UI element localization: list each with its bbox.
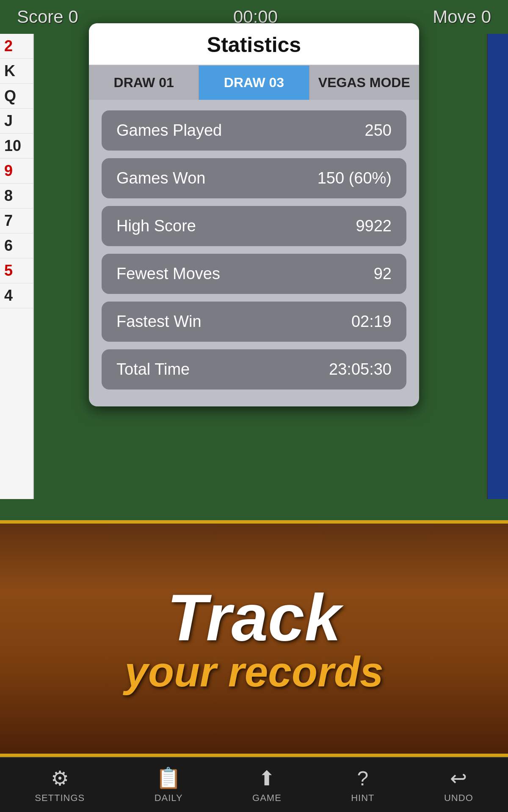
right-card-area xyxy=(487,34,508,499)
stat-label-0: Games Played xyxy=(116,121,222,140)
left-card-7: 7 xyxy=(0,208,33,233)
banner-line2: your records xyxy=(124,650,383,693)
tabs-container: DRAW 01DRAW 03VEGAS MODE xyxy=(89,66,419,100)
stat-row-5: Total Time23:05:30 xyxy=(102,349,406,390)
stat-label-4: Fastest Win xyxy=(116,313,202,331)
bottom-btn-hint[interactable]: ?HINT xyxy=(351,767,374,804)
stat-value-1: 150 (60%) xyxy=(318,169,392,187)
modal-title-bar: Statistics xyxy=(89,23,419,66)
left-card-4: 4 xyxy=(0,283,33,308)
bottom-btn-settings[interactable]: ⚙SETTINGS xyxy=(35,766,85,804)
move-display: Move 0 xyxy=(433,7,491,27)
modal-title: Statistics xyxy=(207,33,301,57)
left-card-K: K xyxy=(0,59,33,84)
stat-label-5: Total Time xyxy=(116,360,190,379)
bottom-btn-game[interactable]: ⬆GAME xyxy=(252,766,282,804)
left-card-J: J xyxy=(0,109,33,134)
bottom-bar: ⚙SETTINGS📋DAILY⬆GAME?HINT↩UNDO xyxy=(0,757,508,812)
score-display: Score 0 xyxy=(17,7,78,27)
left-card-6: 6 xyxy=(0,233,33,258)
bottom-btn-daily[interactable]: 📋DAILY xyxy=(155,766,183,804)
stat-value-5: 23:05:30 xyxy=(329,360,392,379)
hint-icon: ? xyxy=(357,767,369,790)
tab-draw01[interactable]: DRAW 01 xyxy=(89,66,199,100)
left-card-9: 9 xyxy=(0,159,33,184)
stat-row-4: Fastest Win02:19 xyxy=(102,302,406,342)
game-icon: ⬆ xyxy=(258,766,275,790)
daily-label: DAILY xyxy=(155,793,183,804)
stat-row-1: Games Won150 (60%) xyxy=(102,158,406,198)
daily-icon: 📋 xyxy=(156,766,181,790)
banner-section: Track your records xyxy=(0,520,508,757)
settings-label: SETTINGS xyxy=(35,793,85,804)
stat-label-3: Fewest Moves xyxy=(116,265,220,283)
left-card-column: 2KQJ10987654 xyxy=(0,34,34,499)
tab-vegas[interactable]: VEGAS MODE xyxy=(309,66,419,100)
left-card-2: 2 xyxy=(0,34,33,59)
tab-draw03[interactable]: DRAW 03 xyxy=(199,66,309,100)
settings-icon: ⚙ xyxy=(51,766,69,790)
bottom-btn-undo[interactable]: ↩UNDO xyxy=(444,766,473,804)
stat-label-1: Games Won xyxy=(116,169,205,187)
stats-container: Games Played250Games Won150 (60%)High Sc… xyxy=(89,100,419,394)
stat-value-0: 250 xyxy=(365,121,392,140)
left-card-10: 10 xyxy=(0,134,33,159)
hint-label: HINT xyxy=(351,793,374,804)
stat-value-2: 9922 xyxy=(356,217,392,235)
left-card-5: 5 xyxy=(0,258,33,283)
stat-row-2: High Score9922 xyxy=(102,206,406,246)
stat-label-2: High Score xyxy=(116,217,196,235)
stat-row-3: Fewest Moves92 xyxy=(102,254,406,294)
stat-row-0: Games Played250 xyxy=(102,110,406,151)
stat-value-4: 02:19 xyxy=(351,313,392,331)
game-label: GAME xyxy=(252,793,282,804)
statistics-modal: Statistics DRAW 01DRAW 03VEGAS MODE Game… xyxy=(89,23,419,406)
undo-label: UNDO xyxy=(444,793,473,804)
left-card-8: 8 xyxy=(0,184,33,208)
banner-line1: Track xyxy=(167,585,341,650)
left-card-Q: Q xyxy=(0,84,33,109)
undo-icon: ↩ xyxy=(450,766,467,790)
stat-value-3: 92 xyxy=(374,265,392,283)
